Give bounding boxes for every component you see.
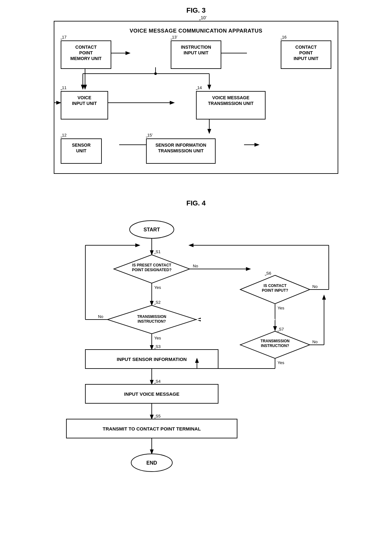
svg-point-7 (154, 72, 157, 75)
ref-10prime: ˽10’ (199, 15, 207, 21)
row2-blocks: ˽11 VOICEINPUT UNIT ˽14 VOICE MESSAGETRA… (61, 91, 331, 119)
svg-text:INSTRUCTION?: INSTRUCTION? (261, 344, 289, 348)
svg-text:END: END (146, 460, 157, 466)
fig3-title: FIG. 3 (19, 6, 373, 15)
voice-input-wrapper: ˽11 VOICEINPUT UNIT (61, 91, 121, 119)
ref-15prime: ˽15’ (146, 133, 153, 138)
ref-14: ˽14 (196, 85, 202, 90)
svg-text:Yes: Yes (154, 336, 161, 340)
block-voice-transmission: VOICE MESSAGETRANSMISSION UNIT (196, 91, 266, 119)
apparatus-box: VOICE MESSAGE COMMUNICATION APPARATUS (54, 21, 338, 174)
fig4-flowchart: START ˽S1 IS PRESET CONTACT POINT DESIGN… (54, 217, 338, 517)
voice-transmission-wrapper: ˽14 VOICE MESSAGETRANSMISSION UNIT (130, 91, 331, 119)
ref-12: ˽12 (61, 133, 66, 138)
block-sensor: SENSORUNIT (61, 138, 102, 164)
sensor-wrapper: ˽12 SENSORUNIT (61, 138, 127, 164)
row1-blocks: ˽17 CONTACTPOINTMEMORY UNIT ˽13’ INSTRUC… (61, 40, 331, 69)
ref-13prime: ˽13’ (171, 35, 177, 40)
svg-text:No: No (193, 264, 198, 268)
row3-blocks: ˽12 SENSORUNIT ˽15’ SENSOR INFORMATIONTR… (61, 138, 331, 164)
svg-text:˽S6: ˽S6 (265, 271, 271, 276)
ref-17: ˽17 (61, 35, 66, 40)
fig4-title: FIG. 4 (19, 199, 373, 207)
svg-text:˽S3: ˽S3 (154, 344, 161, 349)
fig3-container: ˽10’ VOICE MESSAGE COMMUNICATION APPARAT… (54, 21, 338, 174)
svg-text:˽S7: ˽S7 (278, 327, 284, 332)
ref-16: ˽16 (281, 35, 286, 40)
svg-text:INSTRUCTION?: INSTRUCTION? (138, 319, 166, 324)
svg-text:Yes: Yes (154, 285, 161, 290)
svg-text:IS PRESET CONTACT: IS PRESET CONTACT (132, 263, 171, 267)
svg-text:START: START (144, 227, 160, 232)
instruction-wrapper: ˽13’ INSTRUCTIONINPUT UNIT (171, 40, 221, 69)
svg-text:Yes: Yes (278, 360, 285, 365)
fig4-container: START ˽S1 IS PRESET CONTACT POINT DESIGN… (54, 217, 338, 517)
svg-text:IS CONTACT: IS CONTACT (264, 284, 287, 288)
svg-text:INPUT VOICE MESSAGE: INPUT VOICE MESSAGE (124, 391, 179, 397)
svg-text:˽S4: ˽S4 (154, 379, 161, 384)
block-contact-memory: CONTACTPOINTMEMORY UNIT (61, 40, 111, 69)
svg-text:No: No (98, 314, 103, 319)
block-instruction: INSTRUCTIONINPUT UNIT (171, 40, 221, 69)
svg-text:POINT DESIGNATED?: POINT DESIGNATED? (132, 268, 171, 272)
svg-text:No: No (312, 284, 318, 289)
svg-text:TRANSMISSION: TRANSMISSION (260, 339, 290, 343)
svg-text:˽S1: ˽S1 (154, 249, 161, 254)
block-contact-input: CONTACTPOINTINPUT UNIT (281, 40, 331, 69)
apparatus-label: VOICE MESSAGE COMMUNICATION APPARATUS (61, 28, 331, 34)
block-sensor-transmission: SENSOR INFORMATIONTRANSMISSION UNIT (146, 138, 216, 164)
svg-text:TRANSMISSION: TRANSMISSION (137, 314, 166, 319)
svg-text:POINT INPUT?: POINT INPUT? (262, 288, 288, 293)
svg-text:INPUT SENSOR INFORMATION: INPUT SENSOR INFORMATION (117, 357, 187, 362)
svg-text:TRANSMIT TO CONTACT POINT TERM: TRANSMIT TO CONTACT POINT TERMINAL (103, 426, 201, 431)
page-container: FIG. 3 ˽10’ VOICE MESSAGE COMMUNICATION … (0, 0, 392, 523)
ref-11: ˽11 (61, 85, 66, 90)
svg-text:No: No (312, 339, 318, 344)
contact-memory-wrapper: ˽17 CONTACTPOINTMEMORY UNIT (61, 40, 111, 69)
contact-input-wrapper: ˽16 CONTACTPOINTINPUT UNIT (281, 40, 331, 69)
svg-text:Yes: Yes (278, 306, 285, 310)
svg-text:˽S2: ˽S2 (154, 300, 161, 305)
svg-text:˽S5: ˽S5 (154, 414, 161, 418)
block-voice-input: VOICEINPUT UNIT (61, 91, 108, 119)
sensor-transmission-wrapper: ˽15’ SENSOR INFORMATIONTRANSMISSION UNIT (146, 138, 216, 164)
